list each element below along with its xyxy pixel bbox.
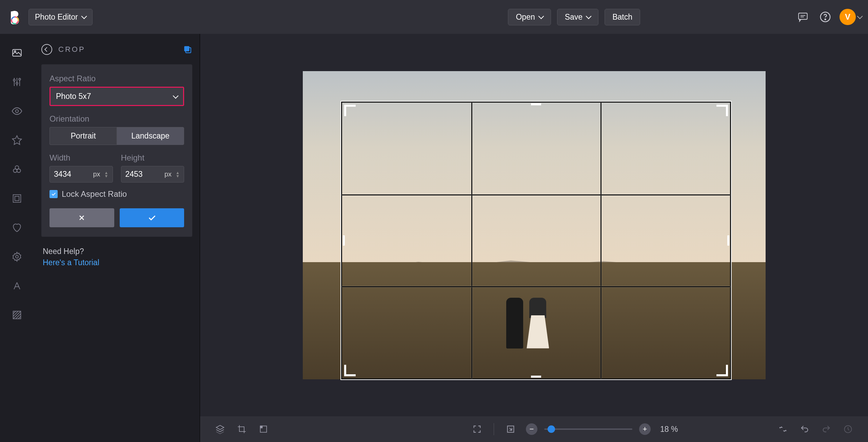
- crop-handle-bottom[interactable]: [531, 376, 541, 378]
- crop-settings-card: Aspect Ratio Photo 5x7 Orientation Portr…: [41, 64, 192, 237]
- canvas-settings-icon[interactable]: [257, 423, 270, 436]
- arrow-left-icon: [44, 47, 49, 52]
- orientation-label: Orientation: [50, 114, 184, 124]
- crop-handle-tr[interactable]: [716, 105, 728, 116]
- tool-gear-icon[interactable]: [10, 250, 24, 264]
- lock-aspect-toggle[interactable]: Lock Aspect Ratio: [50, 189, 184, 199]
- app-mode-label: Photo Editor: [35, 13, 78, 22]
- svg-rect-17: [15, 196, 19, 201]
- cancel-button[interactable]: [50, 208, 114, 227]
- app-mode-dropdown[interactable]: Photo Editor: [28, 9, 93, 25]
- before-after-icon[interactable]: [776, 423, 789, 436]
- canvas-checkerboard[interactable]: [303, 71, 766, 379]
- svg-rect-20: [184, 46, 189, 51]
- help-block: Need Help? Here's a Tutorial: [41, 247, 192, 267]
- redo-icon[interactable]: [820, 423, 833, 436]
- crop-handle-top[interactable]: [531, 103, 541, 105]
- svg-point-6: [825, 19, 826, 20]
- crop-panel: CROP Aspect Ratio Photo 5x7 Orientation …: [34, 34, 200, 442]
- avatar: V: [840, 9, 856, 25]
- svg-point-12: [16, 110, 19, 113]
- height-stepper[interactable]: ▲▼: [176, 171, 180, 178]
- svg-point-9: [13, 79, 15, 81]
- fit-screen-icon[interactable]: [471, 423, 484, 436]
- help-icon[interactable]: [817, 9, 833, 25]
- layers-icon[interactable]: [214, 423, 226, 436]
- checkbox-checked-icon: [50, 190, 58, 198]
- width-label: Width: [50, 153, 113, 163]
- chevron-down-icon: [586, 14, 592, 19]
- tool-star-icon[interactable]: [10, 133, 24, 147]
- svg-rect-16: [13, 195, 21, 203]
- apply-button[interactable]: [120, 208, 184, 227]
- orientation-portrait-button[interactable]: Portrait: [50, 127, 117, 145]
- tool-sliders-icon[interactable]: [10, 75, 24, 89]
- account-menu[interactable]: V: [840, 9, 862, 25]
- zoom-slider[interactable]: [544, 428, 632, 430]
- width-input[interactable]: 3434 px ▲▼: [50, 166, 113, 183]
- svg-point-15: [17, 169, 21, 173]
- aspect-ratio-select[interactable]: Photo 5x7: [50, 87, 184, 106]
- tool-texture-icon[interactable]: [10, 308, 24, 322]
- svg-rect-4: [798, 13, 807, 19]
- height-input[interactable]: 2453 px ▲▼: [121, 166, 184, 183]
- top-bar: Photo Editor Open Save Batch V: [0, 0, 868, 34]
- tool-rail: [0, 34, 34, 442]
- zoom-out-button[interactable]: −: [526, 423, 537, 435]
- tool-eye-icon[interactable]: [10, 104, 24, 118]
- svg-point-10: [16, 82, 18, 84]
- compare-icon[interactable]: [183, 45, 192, 54]
- width-stepper[interactable]: ▲▼: [104, 171, 108, 178]
- svg-point-14: [13, 169, 17, 173]
- zoom-in-button[interactable]: +: [639, 423, 651, 435]
- canvas-area: − + 18 %: [200, 34, 868, 442]
- open-button[interactable]: Open: [508, 9, 551, 25]
- crop-overlay[interactable]: [341, 102, 731, 379]
- orientation-segmented: Portrait Landscape: [50, 127, 184, 145]
- tool-text-icon[interactable]: [10, 279, 24, 293]
- crop-tool-icon[interactable]: [235, 423, 248, 436]
- crop-handle-br[interactable]: [716, 365, 728, 376]
- aspect-ratio-label: Aspect Ratio: [50, 74, 184, 83]
- height-label: Height: [121, 153, 184, 163]
- help-tutorial-link[interactable]: Here's a Tutorial: [43, 258, 192, 267]
- history-icon[interactable]: [842, 423, 854, 436]
- panel-title: CROP: [58, 45, 177, 54]
- feedback-icon[interactable]: [795, 9, 811, 25]
- back-button[interactable]: [41, 44, 52, 55]
- tool-essentials-icon[interactable]: [10, 46, 24, 60]
- svg-point-11: [19, 78, 20, 80]
- batch-button[interactable]: Batch: [605, 9, 640, 25]
- crop-handle-right[interactable]: [727, 235, 729, 246]
- help-question: Need Help?: [43, 247, 192, 256]
- zoom-percentage: 18 %: [660, 425, 684, 434]
- zoom-slider-thumb[interactable]: [548, 425, 555, 433]
- bottom-bar: − + 18 %: [200, 416, 868, 442]
- svg-point-18: [16, 255, 18, 258]
- crop-handle-tl[interactable]: [344, 105, 356, 116]
- tool-frame-icon[interactable]: [10, 192, 24, 205]
- tool-heart-icon[interactable]: [10, 221, 24, 234]
- chevron-down-icon: [538, 14, 544, 19]
- save-button[interactable]: Save: [557, 9, 598, 25]
- close-icon: [78, 214, 86, 222]
- actual-size-icon[interactable]: [504, 423, 517, 436]
- zoom-controls: − + 18 %: [526, 423, 684, 435]
- svg-rect-23: [260, 426, 262, 428]
- chevron-down-icon: [81, 14, 87, 19]
- chevron-down-icon: [173, 93, 179, 99]
- crop-handle-bl[interactable]: [344, 365, 356, 376]
- undo-icon[interactable]: [798, 423, 811, 436]
- check-icon: [147, 213, 157, 223]
- tool-effects-icon[interactable]: [10, 163, 24, 176]
- crop-handle-left[interactable]: [343, 235, 345, 246]
- orientation-landscape-button[interactable]: Landscape: [117, 127, 184, 145]
- app-logo[interactable]: [6, 9, 22, 25]
- chevron-down-icon: [857, 14, 863, 19]
